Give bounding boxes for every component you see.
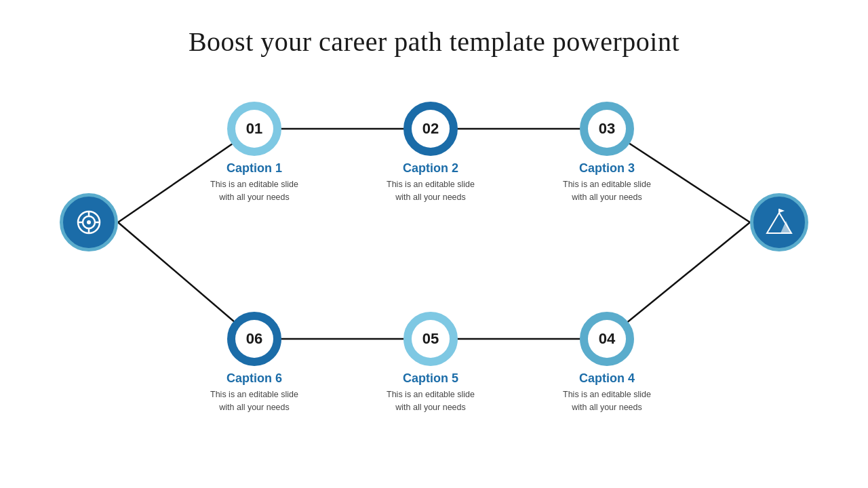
node-01-number: 01	[235, 110, 273, 148]
start-icon	[60, 193, 118, 251]
node-03-circle: 03	[580, 102, 634, 156]
node-04-text: This is an editable slidewith all your n…	[563, 388, 651, 414]
node-06-text: This is an editable slidewith all your n…	[210, 388, 298, 414]
page-title: Boost your career path template powerpoi…	[0, 0, 868, 58]
node-02-caption: Caption 2	[403, 161, 458, 176]
node-03: 03 Caption 3 This is an editable slidewi…	[563, 102, 651, 204]
node-02-circle: 02	[403, 102, 458, 156]
node-01: 01 Caption 1 This is an editable slidewi…	[210, 102, 298, 204]
node-05-caption: Caption 5	[403, 371, 458, 386]
node-02: 02 Caption 2 This is an editable slidewi…	[387, 102, 475, 204]
node-06-caption: Caption 6	[226, 371, 282, 386]
diagram-area: 01 Caption 1 This is an editable slidewi…	[0, 88, 868, 488]
end-icon	[750, 193, 808, 251]
node-03-text: This is an editable slidewith all your n…	[563, 178, 651, 204]
node-01-circle: 01	[227, 102, 281, 156]
node-05: 05 Caption 5 This is an editable slidewi…	[387, 312, 475, 414]
svg-point-2	[87, 220, 91, 224]
node-02-number: 02	[412, 110, 450, 148]
node-04-circle: 04	[580, 312, 634, 366]
node-02-text: This is an editable slidewith all your n…	[387, 178, 475, 204]
svg-marker-8	[781, 221, 791, 233]
svg-marker-10	[779, 209, 785, 213]
node-06-number: 06	[235, 320, 273, 358]
node-04-number: 04	[588, 320, 626, 358]
node-01-caption: Caption 1	[226, 161, 282, 176]
node-01-text: This is an editable slidewith all your n…	[210, 178, 298, 204]
node-05-circle: 05	[403, 312, 458, 366]
node-05-text: This is an editable slidewith all your n…	[387, 388, 475, 414]
node-03-caption: Caption 3	[579, 161, 635, 176]
node-06: 06 Caption 6 This is an editable slidewi…	[210, 312, 298, 414]
node-03-number: 03	[588, 110, 626, 148]
node-04-caption: Caption 4	[579, 371, 635, 386]
node-05-number: 05	[412, 320, 450, 358]
node-04: 04 Caption 4 This is an editable slidewi…	[563, 312, 651, 414]
node-06-circle: 06	[227, 312, 281, 366]
